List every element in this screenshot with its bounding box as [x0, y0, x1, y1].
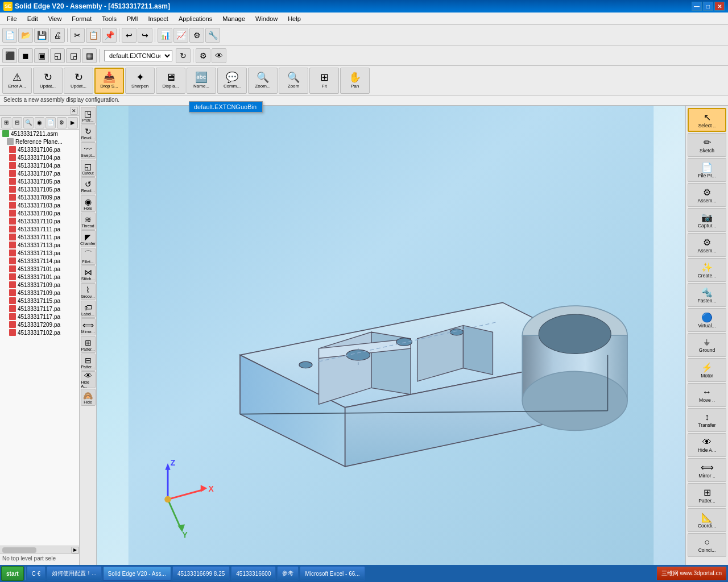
dropdown-item-default[interactable]: default.EXTCNGuoBin [189, 102, 262, 112]
tree-item[interactable]: 45133317104.pa [0, 161, 79, 169]
tree-item[interactable]: 45133317109.pa [0, 281, 79, 289]
titlebar-controls[interactable]: — □ ✕ [692, 2, 725, 11]
patter2-button[interactable]: ⊞ Patter... [688, 483, 726, 507]
close-button[interactable]: ✕ [714, 2, 725, 11]
tree-tb1[interactable]: ⊞ [1, 117, 11, 128]
menu-window[interactable]: Window [251, 13, 282, 24]
assem2-button[interactable]: ⚙ Assem... [688, 233, 726, 257]
paste-button[interactable]: 📌 [102, 28, 117, 43]
viewport[interactable]: Z X Y [97, 106, 685, 565]
menu-file[interactable]: File [2, 13, 22, 24]
tb1-extra1[interactable]: 📊 [158, 28, 172, 43]
lt-hide[interactable]: 🙈Hide [81, 389, 96, 406]
mirror2-button[interactable]: ⟺ Mirror .. [688, 458, 726, 482]
tree-item[interactable]: 45133317117.pa [0, 305, 79, 313]
zoom2-button[interactable]: 🔍 Zoom [279, 68, 308, 94]
taskbar-ie[interactable]: C € [27, 566, 46, 581]
virtual-button[interactable]: 🔵 Virtual... [688, 308, 726, 332]
tree-tb6[interactable]: ⚙ [57, 117, 67, 128]
menu-pmi[interactable]: PMI [122, 13, 143, 24]
minimize-button[interactable]: — [692, 2, 702, 11]
tb2-eye[interactable]: 👁 [212, 48, 226, 63]
lt-patter2[interactable]: ⊟Patter... [81, 354, 96, 371]
tree-tb7[interactable]: ▶ [68, 117, 78, 128]
tb2-b6[interactable]: ▦ [82, 48, 97, 63]
redo-button[interactable]: ↪ [138, 28, 152, 43]
cut-button[interactable]: ✂ [70, 28, 85, 43]
tree-item[interactable]: 45133317104.pa [0, 153, 79, 161]
fit-button[interactable]: ⊞ Fit [309, 68, 339, 94]
open-button[interactable]: 📂 [18, 28, 33, 43]
tree-tb3[interactable]: 🔍 [23, 117, 34, 128]
print-button[interactable]: 🖨 [50, 28, 65, 43]
start-button[interactable]: start [1, 566, 24, 581]
display-config-dropdown[interactable]: default.EXTCNGuoBin [104, 50, 172, 61]
tree-item[interactable]: 45133317110.pa [0, 217, 79, 225]
menu-format[interactable]: Format [67, 13, 96, 24]
tree-tb5[interactable]: 📄 [46, 117, 56, 128]
tree-item[interactable]: 45133317809.pa [0, 193, 79, 201]
lt-cutout[interactable]: ◱Cutout [81, 160, 96, 177]
tree-item[interactable]: 45133317111.pa [0, 225, 79, 233]
create-button[interactable]: ✨ Create... [688, 258, 726, 282]
taskbar-howto[interactable]: 如何使用配置！... [47, 566, 101, 581]
zoom1-button[interactable]: 🔍 Zoom... [248, 68, 278, 94]
tree-item[interactable]: 45133317115.pa [0, 297, 79, 305]
tree-item[interactable]: 45133317117.pa [0, 313, 79, 321]
tb2-b2[interactable]: ◼ [18, 48, 33, 63]
maximize-button[interactable]: □ [703, 2, 713, 11]
update2-button[interactable]: ↻ Updat... [64, 68, 93, 94]
ground-button[interactable]: ⏚ Ground [688, 333, 726, 357]
menu-help[interactable]: Help [283, 13, 305, 24]
move-button[interactable]: ↔ Move .. [688, 383, 726, 407]
tree-item[interactable]: 45133317113.pa [0, 249, 79, 257]
taskbar-excel[interactable]: Microsoft Excel - 66... [300, 566, 365, 581]
undo-button[interactable]: ↩ [122, 28, 136, 43]
tree-item[interactable]: 45133317101.pa [0, 273, 79, 281]
tree-item[interactable]: 45133317101.pa [0, 265, 79, 273]
tb1-extra3[interactable]: ⚙ [189, 28, 204, 43]
drop-s-button[interactable]: 📥 Drop S... [94, 68, 124, 94]
tb2-b3[interactable]: ▣ [34, 48, 49, 63]
tree-item[interactable]: 45133317103.pa [0, 201, 79, 209]
tree-item[interactable]: 45133317109.pa [0, 289, 79, 297]
new-button[interactable]: 📄 [2, 28, 17, 43]
display-button[interactable]: 🖥 Displa... [156, 68, 185, 94]
tree-item[interactable]: 45133317113.pa [0, 241, 79, 249]
menu-inspect[interactable]: Inspect [143, 13, 172, 24]
taskbar-website[interactable]: 三维网 www.3dportal.cn [656, 566, 727, 581]
tb2-gear[interactable]: ⚙ [196, 48, 210, 63]
config-dropdown-list[interactable]: default.EXTCNGuoBin [189, 101, 263, 113]
pan-button[interactable]: ✋ Pan [340, 68, 370, 94]
sketch-button[interactable]: ✏ Sketch [688, 133, 726, 157]
lt-thread[interactable]: ≋Thread [81, 213, 96, 230]
lt-chamfer[interactable]: ◤Chamfer [81, 230, 96, 247]
update1-button[interactable]: ↻ Updat... [33, 68, 63, 94]
transfer-button[interactable]: ↕ Transfer [688, 408, 726, 432]
tree-item[interactable]: 45133317107.pa [0, 169, 79, 177]
fasten-button[interactable]: 🔩 Fasten... [688, 283, 726, 307]
lt-swept[interactable]: 〰Swept... [81, 142, 96, 159]
taskbar-ref[interactable]: 参考 [277, 566, 299, 581]
motor-button[interactable]: ⚡ Motor [688, 358, 726, 382]
tree-tb2[interactable]: ⊟ [13, 117, 23, 128]
tree-item[interactable]: 45133317102.pa [0, 329, 79, 336]
menu-applications[interactable]: Applications [174, 13, 217, 24]
tb2-b5[interactable]: ◲ [66, 48, 81, 63]
select-button[interactable]: ↖ Select .. [688, 108, 726, 132]
save-button[interactable]: 💾 [34, 28, 49, 43]
copy-button[interactable]: 📋 [86, 28, 101, 43]
tb1-extra2[interactable]: 📈 [173, 28, 188, 43]
tb1-extra4[interactable]: 🔧 [205, 28, 220, 43]
tree-item[interactable]: 45133317211.asm [0, 130, 79, 138]
tree-item[interactable]: Reference Plane... [0, 138, 79, 146]
tree-item[interactable]: 45133317114.pa [0, 257, 79, 265]
menu-manage[interactable]: Manage [218, 13, 250, 24]
tree-item[interactable]: 45133317209.pa [0, 321, 79, 329]
lt-revol[interactable]: ↻Revol... [81, 124, 96, 142]
lt-stitch[interactable]: ⋈Stitch... [81, 265, 96, 282]
tree-item[interactable]: 45133317106.pa [0, 146, 79, 153]
tb2-b1[interactable]: ⬛ [2, 48, 17, 63]
file-pr-button[interactable]: 📄 File Pr... [688, 158, 726, 182]
lt-hole[interactable]: ◉Hole [81, 195, 96, 212]
